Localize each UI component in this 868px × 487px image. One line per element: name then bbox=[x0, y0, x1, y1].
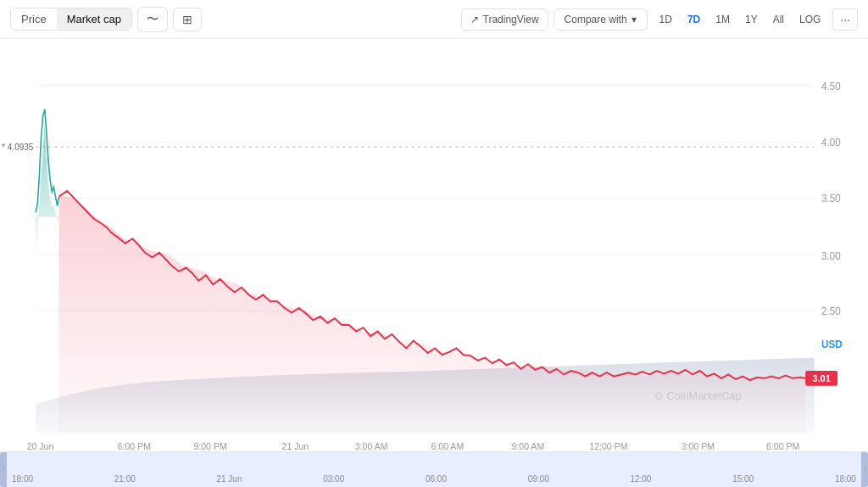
scrollbar-label: 06:00 bbox=[426, 474, 447, 484]
svg-text:3.50: 3.50 bbox=[821, 193, 841, 204]
svg-text:3.00: 3.00 bbox=[821, 249, 841, 261]
svg-text:2.50: 2.50 bbox=[821, 305, 841, 316]
time-1m[interactable]: 1M bbox=[709, 10, 737, 29]
compare-label: Compare with bbox=[565, 14, 627, 25]
time-all[interactable]: All bbox=[766, 10, 791, 29]
tradingview-label: TradingView bbox=[483, 14, 539, 25]
view-toggle: Price Market cap bbox=[10, 8, 132, 31]
scrollbar-left-handle[interactable]: ⋮ bbox=[0, 452, 7, 487]
chevron-down-icon: ▾ bbox=[632, 14, 637, 25]
svg-text:4.00: 4.00 bbox=[821, 137, 841, 148]
price-button[interactable]: Price bbox=[11, 8, 57, 30]
svg-text:⊙ CoinMarketCap: ⊙ CoinMarketCap bbox=[654, 389, 741, 402]
scrollbar-label: 03:00 bbox=[323, 474, 344, 484]
svg-text:9:00 AM: 9:00 AM bbox=[511, 441, 544, 451]
scrollbar-label: 18:00 bbox=[835, 474, 856, 484]
svg-text:12:00 PM: 12:00 PM bbox=[589, 441, 627, 451]
toolbar: Price Market cap 〜 ⊞ ↗ TradingView Compa… bbox=[0, 0, 868, 39]
svg-text:6:00 PM: 6:00 PM bbox=[118, 441, 151, 451]
more-options-button[interactable]: ··· bbox=[832, 8, 858, 31]
tradingview-icon: ↗ bbox=[470, 14, 479, 25]
svg-text:* 4.0935: * 4.0935 bbox=[2, 143, 34, 152]
time-1y[interactable]: 1Y bbox=[738, 10, 765, 29]
scrollbar-label: 15:00 bbox=[732, 474, 754, 484]
scrollbar-right-handle[interactable]: ⋮ bbox=[861, 452, 868, 487]
candle-chart-icon[interactable]: ⊞ bbox=[173, 8, 202, 31]
svg-text:4.50: 4.50 bbox=[821, 80, 841, 92]
scrollbar-label: 18:00 bbox=[12, 474, 33, 484]
svg-text:21 Jun: 21 Jun bbox=[282, 441, 309, 451]
time-log[interactable]: LOG bbox=[793, 10, 827, 29]
compare-button[interactable]: Compare with ▾ bbox=[554, 8, 648, 31]
time-selector: 1D 7D 1M 1Y All LOG bbox=[653, 10, 828, 29]
svg-text:3.01: 3.01 bbox=[812, 373, 831, 383]
svg-text:6:00 AM: 6:00 AM bbox=[431, 441, 464, 451]
time-7d[interactable]: 7D bbox=[681, 10, 707, 29]
time-1d[interactable]: 1D bbox=[653, 10, 679, 29]
svg-text:3:00 AM: 3:00 AM bbox=[355, 441, 388, 451]
market-cap-button[interactable]: Market cap bbox=[57, 8, 131, 30]
scrollbar-label: 09:00 bbox=[528, 474, 549, 484]
svg-text:3:00 PM: 3:00 PM bbox=[682, 441, 715, 451]
scrollbar-label: 21 Jun bbox=[216, 474, 242, 484]
chart-container: Price Market cap 〜 ⊞ ↗ TradingView Compa… bbox=[0, 0, 868, 487]
svg-text:USD: USD bbox=[821, 339, 843, 350]
svg-text:6:00 PM: 6:00 PM bbox=[766, 441, 799, 451]
svg-text:9:00 PM: 9:00 PM bbox=[193, 441, 226, 451]
scrollbar[interactable]: ⋮ ⋮ 18:00 21:00 21 Jun 03:00 06:00 09:00… bbox=[0, 451, 868, 487]
scrollbar-label: 21:00 bbox=[114, 474, 136, 484]
svg-text:20 Jun: 20 Jun bbox=[27, 441, 54, 451]
line-chart-icon[interactable]: 〜 bbox=[137, 7, 168, 32]
scrollbar-timeline: 18:00 21:00 21 Jun 03:00 06:00 09:00 12:… bbox=[12, 474, 856, 484]
tradingview-button[interactable]: ↗ TradingView bbox=[461, 8, 548, 31]
scrollbar-label: 12:00 bbox=[630, 474, 651, 484]
chart-area: 4.50 4.00 3.50 3.00 2.50 USD * 4.0935 3.… bbox=[0, 39, 868, 451]
